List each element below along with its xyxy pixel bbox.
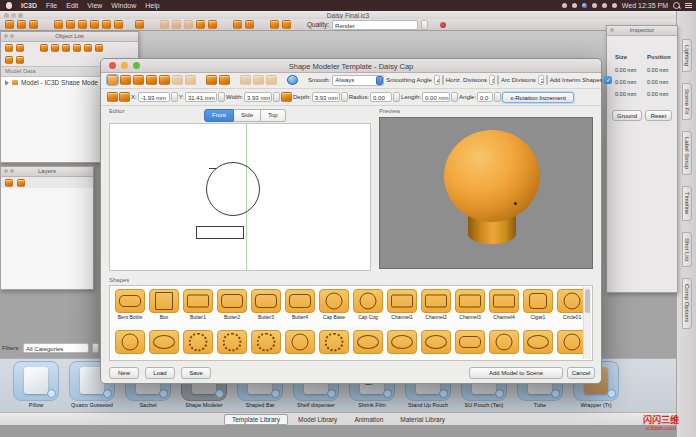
group-objects-icon[interactable] <box>40 44 48 52</box>
length-field[interactable]: 0.00 mm <box>422 92 450 102</box>
filters-stepper[interactable] <box>92 343 99 353</box>
ai-text-tool-icon[interactable] <box>196 20 205 29</box>
shape-tile[interactable] <box>283 330 317 354</box>
edit-pencil-icon[interactable] <box>281 92 292 102</box>
side-tab-label-setup[interactable]: Label Setup <box>682 131 692 175</box>
shape-tile[interactable]: Cap Cog <box>351 289 385 320</box>
material-tool-icon[interactable] <box>172 20 181 29</box>
shape-tile[interactable] <box>419 330 453 354</box>
shape-tile[interactable]: Butter3 <box>249 289 283 320</box>
node-select-icon[interactable] <box>120 75 131 85</box>
folder-open-icon[interactable] <box>16 56 24 64</box>
eraser-tool-icon[interactable] <box>114 20 123 29</box>
profile-circle[interactable] <box>206 162 260 216</box>
shape-tile[interactable] <box>487 330 521 354</box>
menu-view[interactable]: View <box>87 2 102 9</box>
pen-icon[interactable] <box>240 75 251 85</box>
undo-icon[interactable] <box>270 20 279 29</box>
hide-object-icon[interactable] <box>95 44 103 52</box>
library-thumb-pillow[interactable] <box>13 361 59 401</box>
bluetooth-icon[interactable] <box>592 3 597 8</box>
shape-tile[interactable] <box>181 330 215 354</box>
redo-icon[interactable] <box>282 20 291 29</box>
refresh-preview-icon[interactable] <box>287 75 298 85</box>
save-icon[interactable] <box>29 20 38 29</box>
move-point-icon[interactable] <box>146 75 157 85</box>
spotlight-search-icon[interactable] <box>673 2 680 9</box>
delete-layer-icon[interactable] <box>17 179 25 187</box>
camera-tool-icon[interactable] <box>245 20 254 29</box>
filters-select[interactable]: All Categories <box>23 343 89 353</box>
angle-field[interactable]: 0.0 <box>477 92 493 102</box>
shape-tile[interactable]: Cigar1 <box>521 289 555 320</box>
shape-tile[interactable]: Channel2 <box>419 289 453 320</box>
shape-tile[interactable] <box>215 330 249 354</box>
duplicate-object-icon[interactable] <box>16 44 24 52</box>
arc-divisions-stepper[interactable] <box>546 75 548 85</box>
shape-tile[interactable]: Bent Bottle <box>113 289 147 320</box>
new-button[interactable]: New <box>109 367 139 379</box>
depth-field[interactable]: 3.93 mm <box>312 92 340 102</box>
smoothing-angle-field[interactable]: 43.3 <box>434 75 440 85</box>
angle-stepper[interactable] <box>494 92 501 102</box>
delete-point-icon[interactable] <box>159 75 170 85</box>
menu-help[interactable]: Help <box>145 2 159 9</box>
width-field[interactable]: 3.93 mm <box>244 92 272 102</box>
radius-field[interactable]: 0.00 <box>370 92 392 102</box>
profile-handle[interactable] <box>209 168 217 169</box>
smooth-select[interactable]: Always <box>332 75 384 86</box>
arc-icon[interactable] <box>253 75 264 85</box>
x-stepper[interactable] <box>171 92 178 102</box>
add-model-to-scene-button[interactable]: Add Model to Scene <box>469 367 563 379</box>
shape-tile[interactable]: Channel3 <box>453 289 487 320</box>
new-file-icon[interactable] <box>5 20 14 29</box>
menu-file[interactable]: File <box>46 2 57 9</box>
shape-tile[interactable] <box>521 330 555 354</box>
status-icon-1[interactable] <box>562 3 567 8</box>
shape-tile[interactable]: Channel4 <box>487 289 521 320</box>
smooth-select-arrow-icon[interactable] <box>376 76 383 85</box>
profile-editor-canvas[interactable] <box>109 123 371 271</box>
undo-edit-icon[interactable] <box>172 75 183 85</box>
add-object-icon[interactable] <box>5 44 13 52</box>
folder-icon[interactable] <box>5 56 13 64</box>
tab-front[interactable]: Front <box>204 109 234 122</box>
tab-template-library[interactable]: Template Library <box>224 414 288 425</box>
reset-button[interactable]: Reset <box>645 110 672 121</box>
shape-tile[interactable] <box>147 330 181 354</box>
hand-tool-icon[interactable] <box>208 20 217 29</box>
side-tab-timeline[interactable]: Timeline <box>682 186 692 220</box>
tab-top[interactable]: Top <box>261 109 286 122</box>
align-objects-icon[interactable] <box>62 44 70 52</box>
shape-tile[interactable] <box>385 330 419 354</box>
horiz-divisions-stepper[interactable] <box>497 75 499 85</box>
tab-animation[interactable]: Animation <box>347 415 390 424</box>
cancel-button[interactable]: Cancel <box>567 367 595 379</box>
lights-tool-icon[interactable] <box>184 20 193 29</box>
side-tab-shot-list[interactable]: Shot List <box>682 232 692 267</box>
shape-tile[interactable] <box>249 330 283 354</box>
wifi-icon[interactable] <box>602 3 607 8</box>
menu-edit[interactable]: Edit <box>66 2 78 9</box>
menu-clock[interactable]: Wed 12:35 PM <box>622 2 668 9</box>
y-stepper[interactable] <box>218 92 225 102</box>
zoom-tool-icon[interactable] <box>66 20 75 29</box>
menu-window[interactable]: Window <box>111 2 136 9</box>
add-shape-icon[interactable] <box>206 75 217 85</box>
shapes-scrollbar[interactable] <box>583 287 591 359</box>
length-stepper[interactable] <box>451 92 458 102</box>
tab-model-library[interactable]: Model Library <box>291 415 344 424</box>
rotation-increment-button[interactable]: x-Rotation Increment <box>502 92 574 103</box>
tab-side[interactable]: Side <box>234 109 261 122</box>
side-tab-scene-fit[interactable]: Scene Fit <box>682 83 692 120</box>
load-button[interactable]: Load <box>145 367 175 379</box>
distribute-objects-icon[interactable] <box>73 44 81 52</box>
side-tab-comp-options[interactable]: Comp Options <box>682 278 692 328</box>
horiz-divisions-field[interactable]: 90 <box>489 75 495 85</box>
y-field[interactable]: 31.41 mm <box>185 92 217 102</box>
shape-tile[interactable] <box>453 330 487 354</box>
shape-tile[interactable]: Butter2 <box>215 289 249 320</box>
magnet-icon[interactable] <box>133 75 144 85</box>
battery-icon[interactable] <box>612 3 617 8</box>
preview-3d-canvas[interactable] <box>379 117 593 269</box>
